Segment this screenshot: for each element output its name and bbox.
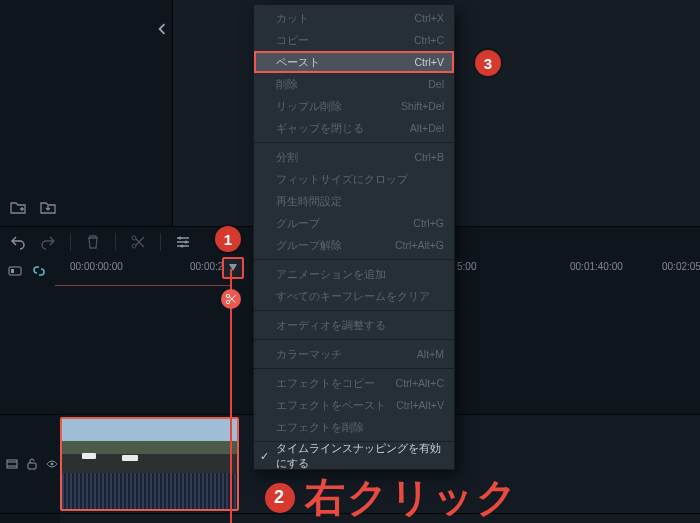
clip-audio-waveform — [62, 473, 237, 509]
svg-rect-5 — [9, 267, 21, 275]
context-menu-item-label: グループ解除 — [276, 238, 342, 253]
context-menu-item: コピーCtrl+C — [254, 29, 454, 51]
context-menu-item: グループCtrl+G — [254, 212, 454, 234]
context-menu-item-label: オーディオを調整する — [276, 318, 386, 333]
context-menu-item[interactable]: ✓タイムラインスナッピングを有効にする — [254, 445, 454, 467]
toolbar-separator — [160, 233, 161, 251]
context-menu-item-label: エフェクトをペースト — [276, 398, 386, 413]
svg-rect-6 — [11, 269, 14, 273]
timeline-mode-icon[interactable] — [8, 264, 22, 278]
context-menu-item-shortcut: Ctrl+V — [415, 56, 444, 68]
context-menu-item: オーディオを調整する — [254, 314, 454, 336]
annotation-label-2-text: 右クリック — [305, 470, 519, 523]
lock-open-icon[interactable] — [26, 458, 38, 470]
context-menu-item-shortcut: Ctrl+C — [414, 34, 444, 46]
context-menu-item-shortcut: Ctrl+Alt+G — [395, 239, 444, 251]
context-menu-item: すべてのキーフレームをクリア — [254, 285, 454, 307]
context-menu-item-shortcut: Ctrl+G — [413, 217, 444, 229]
context-menu-item-shortcut: Alt+Del — [410, 122, 444, 134]
link-icon[interactable] — [32, 264, 46, 278]
context-menu-item: カラーマッチAlt+M — [254, 343, 454, 365]
context-menu-separator — [254, 142, 454, 143]
context-menu-item-shortcut: Shift+Del — [401, 100, 444, 112]
context-menu-item: グループ解除Ctrl+Alt+G — [254, 234, 454, 256]
timecode-label: 5:00 — [457, 261, 476, 272]
context-menu-item: 再生時間設定 — [254, 190, 454, 212]
playhead-marker-icon[interactable] — [222, 257, 244, 279]
context-menu-item-label: ペースト — [276, 55, 320, 70]
context-menu-item: 削除Del — [254, 73, 454, 95]
video-clip[interactable] — [60, 417, 239, 511]
context-menu-item-label: コピー — [276, 33, 309, 48]
undo-button[interactable] — [10, 234, 26, 250]
svg-point-3 — [185, 241, 188, 244]
context-menu-item[interactable]: ペーストCtrl+V — [254, 51, 454, 73]
annotation-badge-3-text: 3 — [484, 55, 492, 72]
context-menu-item-label: リップル削除 — [276, 99, 342, 114]
svg-point-1 — [132, 244, 136, 248]
annotation-badge-2-text: 2 — [274, 487, 286, 508]
context-menu-item-label: タイムラインスナッピングを有効にする — [276, 441, 444, 471]
svg-rect-9 — [7, 460, 17, 468]
context-menu-item-label: 再生時間設定 — [276, 194, 342, 209]
audio-track-head: ♪1 — [0, 514, 60, 523]
annotation-badge-3: 3 — [475, 50, 501, 76]
film-icon — [6, 458, 18, 470]
context-menu-item-shortcut: Ctrl+X — [415, 12, 444, 24]
annotation-label-2: 2 右クリック — [265, 470, 519, 523]
playhead[interactable] — [230, 257, 232, 523]
playhead-split-button[interactable] — [221, 289, 241, 309]
context-menu-item-label: 分割 — [276, 150, 298, 165]
annotation-badge-2: 2 — [265, 483, 295, 513]
context-menu-item-label: エフェクトをコピー — [276, 376, 375, 391]
eye-icon[interactable] — [46, 458, 58, 470]
context-menu-item: アニメーションを追加 — [254, 263, 454, 285]
timecode-label: 00:02:05 — [662, 261, 700, 272]
context-menu-item: エフェクトをコピーCtrl+Alt+C — [254, 372, 454, 394]
context-menu-item-label: 削除 — [276, 77, 298, 92]
context-menu-item-label: カラーマッチ — [276, 347, 342, 362]
check-icon: ✓ — [260, 450, 269, 463]
context-menu-item-shortcut: Del — [428, 78, 444, 90]
svg-point-0 — [132, 236, 136, 240]
media-browser-panel — [0, 0, 173, 226]
svg-point-4 — [181, 245, 184, 248]
context-menu-separator — [254, 368, 454, 369]
context-menu-item: エフェクトをペーストCtrl+Alt+V — [254, 394, 454, 416]
context-menu-item: 分割Ctrl+B — [254, 146, 454, 168]
context-menu-separator — [254, 259, 454, 260]
context-menu-item-label: フィットサイズにクロップ — [276, 172, 408, 187]
context-menu-item-shortcut: Ctrl+Alt+V — [396, 399, 444, 411]
context-menu-item-shortcut: Ctrl+B — [415, 151, 444, 163]
redo-button[interactable] — [40, 234, 56, 250]
annotation-badge-1-text: 1 — [224, 231, 232, 248]
split-button[interactable] — [130, 234, 146, 250]
context-menu-item: フィットサイズにクロップ — [254, 168, 454, 190]
context-menu-item-label: すべてのキーフレームをクリア — [276, 289, 430, 304]
toolbar-separator — [70, 233, 71, 251]
svg-point-8 — [226, 300, 229, 303]
context-menu-item: リップル削除Shift+Del — [254, 95, 454, 117]
settings-button[interactable] — [175, 234, 191, 250]
delete-button[interactable] — [85, 234, 101, 250]
new-folder-icon[interactable] — [10, 200, 26, 218]
context-menu-item-label: アニメーションを追加 — [276, 267, 386, 282]
svg-point-7 — [226, 294, 229, 297]
context-menu-item: ギャップを閉じるAlt+Del — [254, 117, 454, 139]
panel-collapse-handle[interactable] — [156, 14, 168, 44]
context-menu-separator — [254, 339, 454, 340]
annotation-badge-1: 1 — [215, 226, 241, 252]
timecode-label: 00:00:00:00 — [70, 261, 123, 272]
context-menu-separator — [254, 310, 454, 311]
context-menu-item-label: グループ — [276, 216, 320, 231]
import-folder-icon[interactable] — [40, 200, 56, 218]
svg-point-2 — [179, 237, 182, 240]
video-track-head — [0, 415, 60, 513]
context-menu-item-shortcut: Alt+M — [417, 348, 444, 360]
context-menu-item-label: エフェクトを削除 — [276, 420, 364, 435]
context-menu-item-label: カット — [276, 11, 309, 26]
svg-point-11 — [51, 463, 54, 466]
context-menu-item: カットCtrl+X — [254, 7, 454, 29]
context-menu-item-label: ギャップを閉じる — [276, 121, 364, 136]
context-menu-item: エフェクトを削除 — [254, 416, 454, 438]
